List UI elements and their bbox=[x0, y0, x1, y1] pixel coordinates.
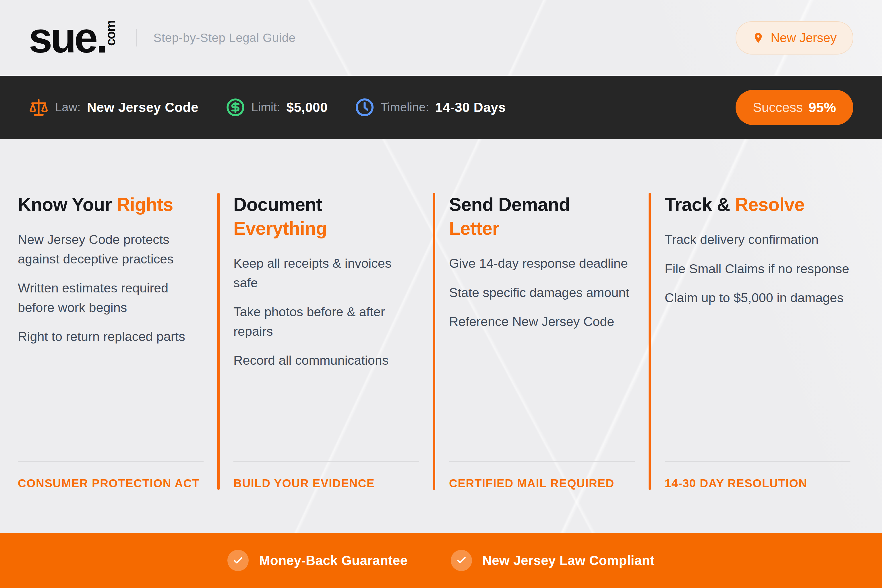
stat-value: $5,000 bbox=[287, 100, 328, 115]
column-title: Know Your Rights bbox=[18, 193, 204, 217]
column-footer: CONSUMER PROTECTION ACT bbox=[18, 461, 204, 490]
column-title: Track & Resolve bbox=[665, 193, 850, 217]
stat-value: New Jersey Code bbox=[87, 100, 198, 115]
footer-badge-1: Money-Back Guarantee bbox=[227, 550, 407, 571]
scales-icon bbox=[29, 97, 49, 117]
check-icon bbox=[227, 550, 249, 571]
column-item: Claim up to $5,000 in damages bbox=[665, 288, 850, 308]
column-item: Right to return replaced parts bbox=[18, 327, 204, 346]
stat-limit: Limit:$5,000 bbox=[226, 98, 328, 117]
column-item: Keep all receipts & invoices safe bbox=[233, 254, 419, 292]
column-item: Written estimates required before work b… bbox=[18, 278, 204, 317]
footer-badge-label: Money-Back Guarantee bbox=[259, 553, 407, 568]
column-title-accent: Rights bbox=[117, 194, 173, 215]
dollar-icon bbox=[226, 98, 245, 117]
stat-label: Limit: bbox=[251, 100, 280, 114]
footer-bar: Money-Back GuaranteeNew Jersey Law Compl… bbox=[0, 533, 882, 588]
column-footer: CERTIFIED MAIL REQUIRED bbox=[449, 461, 635, 490]
column-item: Take photos before & after repairs bbox=[233, 302, 419, 341]
stat-value: 14-30 Days bbox=[435, 100, 506, 115]
column-item: File Small Claims if no response bbox=[665, 259, 850, 279]
column-item: Reference New Jersey Code bbox=[449, 312, 635, 332]
column-title-accent: Resolve bbox=[735, 194, 804, 215]
column-title-accent: Everything bbox=[233, 218, 327, 239]
step-column-2: DocumentEverythingKeep all receipts & in… bbox=[233, 193, 433, 490]
stat-label: Timeline: bbox=[380, 100, 429, 114]
column-item: Track delivery confirmation bbox=[665, 230, 850, 249]
column-item: Record all communications bbox=[233, 351, 419, 370]
column-divider bbox=[649, 193, 651, 490]
column-title-accent: Letter bbox=[449, 218, 499, 239]
page-tagline: Step-by-Step Legal Guide bbox=[153, 31, 295, 45]
logo-com-text: com bbox=[104, 33, 117, 46]
column-footer-rule bbox=[233, 461, 419, 462]
column-title-dark: Know Your bbox=[18, 194, 112, 215]
column-footer-rule bbox=[18, 461, 204, 462]
column-footer: 14-30 DAY RESOLUTION bbox=[665, 461, 850, 490]
success-value: 95% bbox=[808, 100, 836, 116]
column-title-dark: Send Demand bbox=[449, 194, 570, 215]
column-footer-rule bbox=[665, 461, 850, 462]
step-column-1: Know Your RightsNew Jersey Code protects… bbox=[18, 193, 217, 490]
column-footer-label: BUILD YOUR EVIDENCE bbox=[233, 477, 419, 490]
footer-badge-label: New Jersey Law Compliant bbox=[482, 553, 655, 568]
column-divider bbox=[433, 193, 435, 490]
column-title: Send DemandLetter bbox=[449, 193, 635, 240]
location-badge-button[interactable]: New Jersey bbox=[736, 21, 853, 54]
success-rate-button[interactable]: Success 95% bbox=[736, 90, 853, 125]
steps-columns: Know Your RightsNew Jersey Code protects… bbox=[0, 139, 882, 490]
column-title-dark: Document bbox=[233, 194, 322, 215]
step-column-3: Send DemandLetterGive 14-day response de… bbox=[449, 193, 649, 490]
column-item: State specific damages amount bbox=[449, 283, 635, 303]
footer-badge-2: New Jersey Law Compliant bbox=[451, 550, 655, 571]
check-icon bbox=[451, 550, 472, 571]
column-divider bbox=[217, 193, 219, 490]
step-column-4: Track & ResolveTrack delivery confirmati… bbox=[665, 193, 864, 490]
header-divider bbox=[136, 29, 137, 46]
location-pin-icon bbox=[752, 30, 764, 45]
column-footer-label: CONSUMER PROTECTION ACT bbox=[18, 477, 204, 490]
column-footer-label: CERTIFIED MAIL REQUIRED bbox=[449, 477, 635, 490]
stats-group: Law:New Jersey CodeLimit:$5,000Timeline:… bbox=[29, 97, 506, 117]
success-label: Success bbox=[753, 100, 803, 115]
column-item: New Jersey Code protects against decepti… bbox=[18, 230, 204, 268]
column-item: Give 14-day response deadline bbox=[449, 254, 635, 273]
clock-icon bbox=[355, 98, 374, 117]
info-bar: Law:New Jersey CodeLimit:$5,000Timeline:… bbox=[0, 76, 882, 139]
logo-text: sue. bbox=[29, 21, 106, 54]
logo[interactable]: sue. com bbox=[29, 21, 117, 54]
header: sue. com Step-by-Step Legal Guide New Je… bbox=[0, 0, 882, 76]
stat-label: Law: bbox=[55, 100, 81, 114]
column-footer-rule bbox=[449, 461, 635, 462]
column-footer: BUILD YOUR EVIDENCE bbox=[233, 461, 419, 490]
stat-timeline: Timeline:14-30 Days bbox=[355, 98, 506, 117]
stat-law: Law:New Jersey Code bbox=[29, 97, 198, 117]
location-badge-label: New Jersey bbox=[771, 31, 837, 45]
column-title-dark: Track & bbox=[665, 194, 730, 215]
column-title: DocumentEverything bbox=[233, 193, 419, 240]
column-footer-label: 14-30 DAY RESOLUTION bbox=[665, 477, 850, 490]
